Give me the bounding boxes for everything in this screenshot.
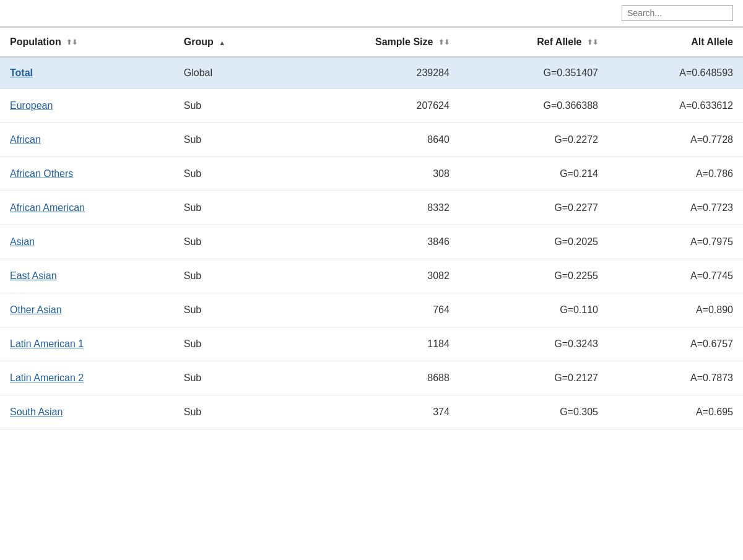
population-link[interactable]: Asian bbox=[10, 236, 35, 247]
cell-sample-size: 1184 bbox=[287, 327, 459, 361]
cell-ref-allele: G=0.2127 bbox=[459, 361, 608, 395]
cell-alt-allele: A=0.7723 bbox=[608, 191, 743, 225]
population-link[interactable]: African bbox=[10, 134, 41, 145]
sort-icon-sample-size: ⬆⬇ bbox=[438, 38, 450, 46]
population-link[interactable]: Total bbox=[10, 67, 33, 78]
cell-population: Total bbox=[0, 57, 174, 89]
col-header-ref-allele[interactable]: Ref Allele ⬆⬇ bbox=[459, 27, 608, 57]
cell-sample-size: 764 bbox=[287, 293, 459, 327]
cell-ref-allele: G=0.305 bbox=[459, 395, 608, 429]
cell-sample-size: 374 bbox=[287, 395, 459, 429]
cell-group: Sub bbox=[174, 395, 287, 429]
population-link[interactable]: African Others bbox=[10, 168, 73, 179]
table-row: Latin American 1Sub1184G=0.3243A=0.6757 bbox=[0, 327, 743, 361]
cell-ref-allele: G=0.110 bbox=[459, 293, 608, 327]
table-row: Latin American 2Sub8688G=0.2127A=0.7873 bbox=[0, 361, 743, 395]
table-row: East AsianSub3082G=0.2255A=0.7745 bbox=[0, 259, 743, 293]
cell-group: Sub bbox=[174, 123, 287, 157]
col-header-population[interactable]: Population ⬆⬇ bbox=[0, 27, 174, 57]
table-row: EuropeanSub207624G=0.366388A=0.633612 bbox=[0, 89, 743, 123]
cell-alt-allele: A=0.7873 bbox=[608, 361, 743, 395]
cell-sample-size: 3846 bbox=[287, 225, 459, 259]
col-header-sample-size[interactable]: Sample Size ⬆⬇ bbox=[287, 27, 459, 57]
cell-sample-size: 8688 bbox=[287, 361, 459, 395]
table-row: Other AsianSub764G=0.110A=0.890 bbox=[0, 293, 743, 327]
main-container: Population ⬆⬇ Group ▲ Sample Size ⬆⬇ Ref… bbox=[0, 0, 743, 429]
cell-sample-size: 308 bbox=[287, 157, 459, 191]
cell-population: Latin American 2 bbox=[0, 361, 174, 395]
cell-ref-allele: G=0.2272 bbox=[459, 123, 608, 157]
col-header-group[interactable]: Group ▲ bbox=[174, 27, 287, 57]
cell-population: Asian bbox=[0, 225, 174, 259]
population-link[interactable]: Latin American 2 bbox=[10, 373, 84, 383]
cell-population: South Asian bbox=[0, 395, 174, 429]
sort-icon-population: ⬆⬇ bbox=[66, 38, 77, 46]
cell-sample-size: 239284 bbox=[287, 57, 459, 89]
table-row: South AsianSub374G=0.305A=0.695 bbox=[0, 395, 743, 429]
search-input[interactable] bbox=[622, 5, 733, 21]
cell-alt-allele: A=0.648593 bbox=[608, 57, 743, 89]
cell-alt-allele: A=0.7728 bbox=[608, 123, 743, 157]
sort-icon-group: ▲ bbox=[219, 39, 225, 46]
cell-population: African Others bbox=[0, 157, 174, 191]
cell-group: Sub bbox=[174, 191, 287, 225]
population-link[interactable]: Other Asian bbox=[10, 304, 62, 315]
cell-group: Sub bbox=[174, 157, 287, 191]
cell-alt-allele: A=0.7745 bbox=[608, 259, 743, 293]
population-link[interactable]: African American bbox=[10, 202, 85, 213]
col-header-alt-allele[interactable]: Alt Allele bbox=[608, 27, 743, 57]
population-link[interactable]: European bbox=[10, 100, 53, 111]
cell-group: Sub bbox=[174, 361, 287, 395]
cell-group: Sub bbox=[174, 293, 287, 327]
cell-ref-allele: G=0.2277 bbox=[459, 191, 608, 225]
cell-ref-allele: G=0.351407 bbox=[459, 57, 608, 89]
cell-sample-size: 3082 bbox=[287, 259, 459, 293]
cell-alt-allele: A=0.786 bbox=[608, 157, 743, 191]
sort-icon-ref-allele: ⬆⬇ bbox=[587, 38, 598, 46]
population-link[interactable]: South Asian bbox=[10, 407, 63, 417]
table-header-row: Population ⬆⬇ Group ▲ Sample Size ⬆⬇ Ref… bbox=[0, 27, 743, 57]
population-link[interactable]: East Asian bbox=[10, 270, 57, 281]
cell-sample-size: 8332 bbox=[287, 191, 459, 225]
cell-group: Sub bbox=[174, 225, 287, 259]
top-bar bbox=[0, 0, 743, 27]
cell-alt-allele: A=0.633612 bbox=[608, 89, 743, 123]
cell-ref-allele: G=0.2025 bbox=[459, 225, 608, 259]
cell-group: Sub bbox=[174, 89, 287, 123]
cell-ref-allele: G=0.3243 bbox=[459, 327, 608, 361]
table-row: AsianSub3846G=0.2025A=0.7975 bbox=[0, 225, 743, 259]
cell-ref-allele: G=0.214 bbox=[459, 157, 608, 191]
cell-ref-allele: G=0.366388 bbox=[459, 89, 608, 123]
table-row: African OthersSub308G=0.214A=0.786 bbox=[0, 157, 743, 191]
cell-group: Global bbox=[174, 57, 287, 89]
cell-population: Latin American 1 bbox=[0, 327, 174, 361]
cell-group: Sub bbox=[174, 259, 287, 293]
table-row: TotalGlobal239284G=0.351407A=0.648593 bbox=[0, 57, 743, 89]
cell-population: Other Asian bbox=[0, 293, 174, 327]
cell-population: African bbox=[0, 123, 174, 157]
population-link[interactable]: Latin American 1 bbox=[10, 338, 84, 349]
cell-ref-allele: G=0.2255 bbox=[459, 259, 608, 293]
table-row: African AmericanSub8332G=0.2277A=0.7723 bbox=[0, 191, 743, 225]
cell-population: European bbox=[0, 89, 174, 123]
table-row: AfricanSub8640G=0.2272A=0.7728 bbox=[0, 123, 743, 157]
population-table: Population ⬆⬇ Group ▲ Sample Size ⬆⬇ Ref… bbox=[0, 27, 743, 429]
cell-alt-allele: A=0.695 bbox=[608, 395, 743, 429]
cell-sample-size: 8640 bbox=[287, 123, 459, 157]
cell-group: Sub bbox=[174, 327, 287, 361]
cell-alt-allele: A=0.7975 bbox=[608, 225, 743, 259]
cell-population: African American bbox=[0, 191, 174, 225]
cell-alt-allele: A=0.6757 bbox=[608, 327, 743, 361]
cell-alt-allele: A=0.890 bbox=[608, 293, 743, 327]
cell-population: East Asian bbox=[0, 259, 174, 293]
cell-sample-size: 207624 bbox=[287, 89, 459, 123]
